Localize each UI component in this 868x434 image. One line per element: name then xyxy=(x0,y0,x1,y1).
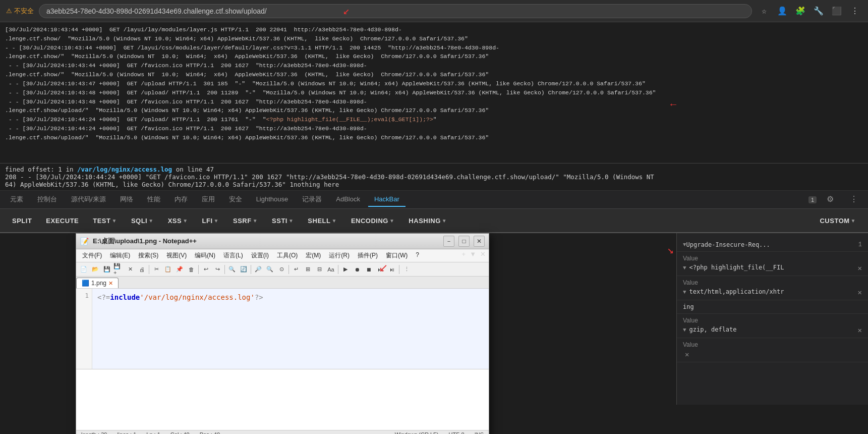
value-arrow-3[interactable]: ▼ xyxy=(683,327,686,333)
hackbar-lfi-btn[interactable]: LFI▼ xyxy=(195,213,226,229)
tool-macro4[interactable]: ⏭ xyxy=(375,264,386,275)
code-editor-content[interactable]: <?=include'/var/log/nginx/access.log'?> xyxy=(92,289,489,369)
tool-zoomin[interactable]: 🔎 xyxy=(253,264,264,275)
hackbar-sqli-btn[interactable]: SQLI▼ xyxy=(124,213,161,229)
tool-macro3[interactable]: ⏹ xyxy=(363,264,374,275)
tab-network[interactable]: 网络 xyxy=(114,192,139,208)
notepad-app-icon: 📝 xyxy=(80,237,89,245)
menu-run[interactable]: 运行(R) xyxy=(326,250,353,261)
hackbar-xss-btn[interactable]: XSS▼ xyxy=(161,213,195,229)
tab-recorder[interactable]: 记录器 xyxy=(296,192,328,208)
menu-macro[interactable]: 宏(M) xyxy=(303,250,324,261)
hackbar-ssti-btn[interactable]: SSTI▼ xyxy=(265,213,301,229)
extension-icon[interactable]: 🧩 xyxy=(793,4,807,18)
lfi-dropdown-arrow: ▼ xyxy=(214,218,219,224)
menu-icon[interactable]: ⋮ xyxy=(848,4,862,18)
status-eol: Windows (CR LF) xyxy=(395,431,439,434)
notepad-closetab-btn[interactable]: ✕ xyxy=(480,250,486,261)
extension2-icon[interactable]: 🔧 xyxy=(812,4,826,18)
notepad-minimize-btn[interactable]: － xyxy=(443,236,454,247)
tool-find[interactable]: 🔍 xyxy=(226,264,238,275)
extension3-icon[interactable]: ⬛ xyxy=(830,4,844,18)
menu-encoding[interactable]: 编码(N) xyxy=(192,250,218,261)
right-panel: ▼ Upgrade-Insecure-Req... 1 Value ▼ <?ph… xyxy=(676,233,868,405)
menu-edit[interactable]: 编辑(E) xyxy=(107,250,133,261)
tool-uppercase[interactable]: Aa xyxy=(325,264,336,275)
tool-delete[interactable]: 🗑 xyxy=(186,264,197,275)
hackbar-custom-btn[interactable]: CUSTOM▼ xyxy=(813,213,863,229)
tool-macro1[interactable]: ▶ xyxy=(340,264,351,275)
devtools-more-icon[interactable]: ⋮ xyxy=(844,191,864,208)
tool-new[interactable]: 📄 xyxy=(78,264,89,275)
tool-copy[interactable]: 📋 xyxy=(162,264,173,275)
tool-zoomreset[interactable]: ⊙ xyxy=(276,264,287,275)
tool-saveall[interactable]: 💾+ xyxy=(113,264,124,275)
notepad-downarrow-btn[interactable]: ▼ xyxy=(470,250,476,261)
value-arrow-1[interactable]: ▼ xyxy=(683,265,686,271)
notepad-maximize-btn[interactable]: □ xyxy=(458,236,470,247)
tab-hackbar[interactable]: HackBar xyxy=(368,192,406,207)
tab-memory[interactable]: 内存 xyxy=(168,192,194,208)
profile-icon[interactable]: 👤 xyxy=(775,4,789,18)
tab-lighthouse[interactable]: Lighthouse xyxy=(250,192,295,207)
tool-wordwrap[interactable]: ↵ xyxy=(291,264,302,275)
value-close-1[interactable]: ✕ xyxy=(858,264,862,273)
tool-print[interactable]: 🖨 xyxy=(136,264,147,275)
tool-macro5[interactable]: ⏯ xyxy=(386,264,397,275)
tab-elements[interactable]: 元素 xyxy=(4,192,29,208)
tab-security[interactable]: 安全 xyxy=(223,192,248,208)
page-wrapper: ⚠ 不安全 a3ebb254-78e0-4d30-898d-02691d434e… xyxy=(0,0,868,405)
tab-application[interactable]: 应用 xyxy=(196,192,221,208)
menu-help[interactable]: ? xyxy=(413,250,422,261)
tool-cut[interactable]: ✂ xyxy=(151,264,162,275)
menu-tools[interactable]: 工具(O) xyxy=(274,250,301,261)
notepad-tab-1png[interactable]: 🟦 1.png ✕ xyxy=(76,278,119,288)
tool-open[interactable]: 📂 xyxy=(90,264,101,275)
menu-search[interactable]: 搜索(S) xyxy=(135,250,161,261)
tool-redo[interactable]: ↪ xyxy=(212,264,223,275)
hackbar-encoding-btn[interactable]: ENCODING▼ xyxy=(344,213,401,229)
devtools-settings-icon[interactable]: ⚙ xyxy=(821,191,840,208)
menu-settings[interactable]: 设置(I) xyxy=(248,250,272,261)
php-open-tag: <?= xyxy=(97,293,110,301)
tool-paste[interactable]: 📌 xyxy=(174,264,185,275)
tool-undo[interactable]: ↩ xyxy=(200,264,211,275)
tab-sources[interactable]: 源代码/来源 xyxy=(65,192,112,208)
hackbar-shell-btn[interactable]: SHELL▼ xyxy=(301,213,344,229)
bookmark-icon[interactable]: ☆ xyxy=(757,4,771,18)
tool-close[interactable]: ✕ xyxy=(125,264,136,275)
ing-text: ing xyxy=(683,303,694,310)
value-close-3[interactable]: ✕ xyxy=(858,326,862,335)
browser-icons: ☆ 👤 🧩 🔧 ⬛ ⋮ xyxy=(757,4,862,18)
menu-file[interactable]: 文件(F) xyxy=(79,250,105,261)
tool-zoomout[interactable]: 🔍 xyxy=(264,264,275,275)
menu-plugins[interactable]: 插件(P) xyxy=(355,250,381,261)
tool-macro2[interactable]: ⏺ xyxy=(352,264,363,275)
tool-outdent[interactable]: ⊟ xyxy=(314,264,325,275)
notepad-editor[interactable]: 1 <?=include'/var/log/nginx/access.log'?… xyxy=(76,289,489,369)
value-section-1: Value ▼ <?php highlight_file(__FIL ✕ xyxy=(677,252,868,276)
value-arrow-2[interactable]: ▼ xyxy=(683,289,686,295)
notepad-close-btn[interactable]: ✕ xyxy=(474,236,485,247)
hackbar-execute-btn[interactable]: EXECUTE xyxy=(39,213,86,229)
menu-language[interactable]: 语言(L) xyxy=(220,250,246,261)
tab-performance[interactable]: 性能 xyxy=(141,192,166,208)
value-close-4[interactable]: ✕ xyxy=(685,350,689,359)
tool-replace[interactable]: 🔄 xyxy=(238,264,249,275)
hackbar-hashing-btn[interactable]: HASHING▼ xyxy=(401,213,454,229)
hackbar-ssrf-btn[interactable]: SSRF▼ xyxy=(226,213,265,229)
hackbar-split-btn[interactable]: SPLIT xyxy=(5,213,39,229)
menu-window[interactable]: 窗口(W) xyxy=(383,250,411,261)
tool-indent[interactable]: ⊞ xyxy=(302,264,313,275)
value-close-2[interactable]: ✕ xyxy=(858,288,862,297)
tab-console[interactable]: 控制台 xyxy=(31,192,63,208)
tab-adblock[interactable]: AdBlock xyxy=(330,192,366,207)
tool-save[interactable]: 💾 xyxy=(101,264,112,275)
url-bar[interactable]: a3ebb254-78e0-4d30-898d-02691d434e69.cha… xyxy=(39,4,752,18)
value-label-1: Value xyxy=(683,255,862,262)
editor-empty-space[interactable] xyxy=(76,369,489,430)
tool-more[interactable]: ⋮ xyxy=(401,264,412,275)
menu-view[interactable]: 视图(V) xyxy=(163,250,190,261)
notepad-add-btn[interactable]: + xyxy=(462,250,466,261)
hackbar-test-btn[interactable]: TEST▼ xyxy=(86,213,124,229)
